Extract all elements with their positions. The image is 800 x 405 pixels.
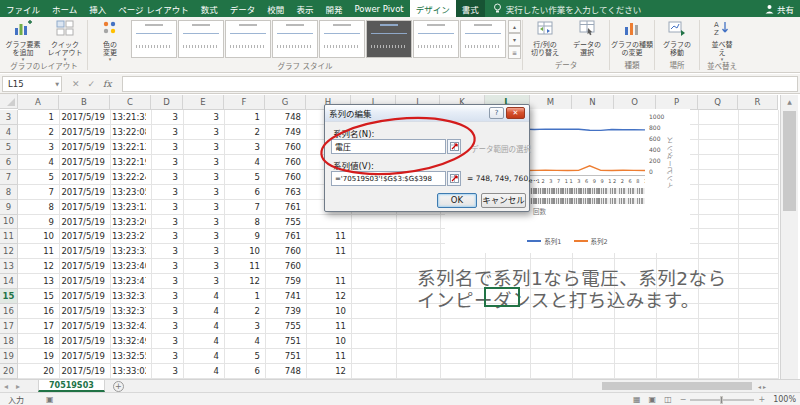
cancel-button[interactable]: キャンセル <box>481 193 526 208</box>
cell-value[interactable]: 8 <box>20 200 54 215</box>
column-header-N[interactable]: N <box>572 95 614 110</box>
horizontal-scroll-thumb[interactable] <box>602 382 752 390</box>
instruction-textbox[interactable]: 系列名で系列1なら電圧、系列2なら インピーダンスと打ち込みます。 <box>417 268 727 311</box>
cell-value[interactable]: 13:33:02 <box>112 364 146 379</box>
cell-value[interactable]: 11 <box>226 259 260 274</box>
cell-value[interactable]: 3 <box>185 170 219 185</box>
cell-value[interactable]: 3 <box>153 364 178 379</box>
cell-value[interactable]: 2017/5/19 <box>61 155 105 170</box>
cell-value[interactable]: 3 <box>153 155 178 170</box>
page-break-view-icon[interactable]: ◫ <box>664 395 672 404</box>
cell-value[interactable]: 18 <box>20 334 54 349</box>
cell-value[interactable]: 5 <box>226 349 260 364</box>
column-header-A[interactable]: A <box>18 95 59 110</box>
cell-value[interactable]: 12 <box>20 259 54 274</box>
cell-value[interactable]: 9 <box>226 229 260 244</box>
cell-value[interactable]: 13:22:13 <box>112 140 146 155</box>
cell-value[interactable]: 8 <box>226 215 260 230</box>
ribbon-button-グラフの移動[interactable]: グラフの 移動 <box>656 18 698 57</box>
range-selector-button-2[interactable] <box>447 171 461 186</box>
row-header-11[interactable]: 11 <box>0 229 18 244</box>
cell-value[interactable]: 3 <box>185 259 219 274</box>
range-selector-button[interactable] <box>447 139 461 154</box>
column-header-B[interactable]: B <box>59 95 110 110</box>
cell-value[interactable]: 12 <box>226 274 260 289</box>
cell-value[interactable]: 3 <box>153 319 178 334</box>
ribbon-tab-開発[interactable]: 開発 <box>319 0 348 17</box>
cell-value[interactable]: 2017/5/19 <box>61 274 105 289</box>
ribbon-button-クイックレイアウト[interactable]: クイック レイアウト▾ <box>44 18 86 61</box>
tell-me-search[interactable]: 実行したい作業を入力してください <box>485 0 642 17</box>
row-header-14[interactable]: 14 <box>0 274 18 289</box>
cell-value[interactable]: 3 <box>153 140 178 155</box>
cell-value[interactable]: 763 <box>267 185 301 200</box>
cell-value[interactable]: 16 <box>20 304 54 319</box>
chart-style-thumbnail[interactable] <box>131 20 177 58</box>
dialog-help-button[interactable]: ? <box>489 107 504 119</box>
cell-value[interactable]: 748 <box>267 110 301 125</box>
macro-record-icon[interactable]: ▣ <box>46 395 54 404</box>
cell-value[interactable]: 1 <box>20 110 54 125</box>
chart-style-thumbnail[interactable] <box>319 20 365 58</box>
cell-value[interactable]: 751 <box>267 349 301 364</box>
zoom-in-icon[interactable]: + <box>758 395 765 404</box>
cell-value[interactable]: 4 <box>226 155 260 170</box>
cell-value[interactable]: 2017/5/19 <box>61 259 105 274</box>
cell-value[interactable]: 10 <box>226 244 260 259</box>
cell-value[interactable]: 2017/5/19 <box>61 125 105 140</box>
column-header-M[interactable]: M <box>530 95 572 110</box>
cell-value[interactable]: 4 <box>185 319 219 334</box>
cell-value[interactable]: 2017/5/19 <box>61 244 105 259</box>
chart-legend[interactable]: 系列1系列2 <box>445 236 690 246</box>
row-header-18[interactable]: 18 <box>0 334 18 349</box>
cell-value[interactable]: 17 <box>20 319 54 334</box>
cell-value[interactable]: 11 <box>308 319 346 334</box>
cell-value[interactable]: 15 <box>20 289 54 304</box>
formula-input[interactable] <box>122 76 798 92</box>
scroll-right-icon[interactable]: ◂ ▸ <box>758 383 766 390</box>
cell-value[interactable]: 3 <box>153 289 178 304</box>
cell-value[interactable]: 20 <box>20 364 54 379</box>
row-header-3[interactable]: 3 <box>0 110 18 125</box>
cell-value[interactable]: 3 <box>153 244 178 259</box>
cell-value[interactable]: 1 <box>226 110 260 125</box>
cell-value[interactable]: 2017/5/19 <box>61 349 105 364</box>
cell-value[interactable]: 2017/5/19 <box>61 319 105 334</box>
cell-value[interactable]: 10 <box>308 304 346 319</box>
page-layout-view-icon[interactable]: ▣ <box>649 395 657 404</box>
zoom-slider[interactable]: − + <box>680 395 765 404</box>
cell-value[interactable]: 13:32:37 <box>112 304 146 319</box>
column-header-G[interactable]: G <box>265 95 306 110</box>
ribbon-tab-デザイン[interactable]: デザイン <box>410 0 456 17</box>
cell-value[interactable]: 2 <box>20 125 54 140</box>
cell-value[interactable]: 760 <box>267 140 301 155</box>
cell-value[interactable]: 3 <box>153 185 178 200</box>
column-header-E[interactable]: E <box>183 95 224 110</box>
share-button[interactable]: 共有 <box>765 0 794 17</box>
sheet-nav-right-icon[interactable]: ▸ <box>12 380 24 392</box>
series-values-input[interactable]: ='70519S03'!$G$3:$G$398 <box>331 171 446 186</box>
cell-value[interactable]: 2017/5/19 <box>61 229 105 244</box>
name-box[interactable]: L15 ▼ <box>2 76 62 92</box>
cell-value[interactable]: 7 <box>20 185 54 200</box>
cell-value[interactable]: 3 <box>185 229 219 244</box>
cell-value[interactable]: 3 <box>153 274 178 289</box>
confirm-entry-icon[interactable]: ✓ <box>88 79 96 89</box>
column-header-C[interactable]: C <box>110 95 151 110</box>
cell-value[interactable]: 13:32:43 <box>112 319 146 334</box>
cell-value[interactable]: 3 <box>185 110 219 125</box>
zoom-slider-thumb[interactable] <box>720 396 723 404</box>
cell-value[interactable]: 13:32:31 <box>112 289 146 304</box>
cell-value[interactable]: 13:23:12 <box>112 200 146 215</box>
ribbon-button-データの選択[interactable]: データの 選択 <box>566 18 608 57</box>
ribbon-tab-校閲[interactable]: 校閲 <box>261 0 290 17</box>
row-header-4[interactable]: 4 <box>0 125 18 140</box>
cell-value[interactable]: 4 <box>20 155 54 170</box>
cell-value[interactable]: 11 <box>20 244 54 259</box>
gallery-up-icon[interactable]: ▴ <box>508 20 521 33</box>
sheet-tab[interactable]: 70519S03 <box>38 380 105 392</box>
chart-style-thumbnail[interactable] <box>225 20 271 58</box>
cell-value[interactable]: 2017/5/19 <box>61 140 105 155</box>
row-header-9[interactable]: 9 <box>0 200 18 215</box>
cell-value[interactable]: 2017/5/19 <box>61 110 105 125</box>
